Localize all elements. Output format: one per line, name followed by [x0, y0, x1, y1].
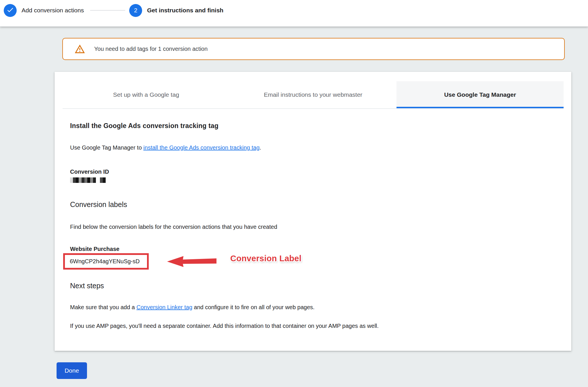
stepper-connector: [90, 10, 125, 11]
install-intro: Use Google Tag Manager to install the Go…: [70, 144, 261, 151]
install-heading: Install the Google Ads conversion tracki…: [70, 122, 218, 130]
step-2-circle[interactable]: 2: [129, 4, 142, 17]
next-steps-linker: Make sure that you add a Conversion Link…: [70, 304, 315, 311]
install-intro-suffix: .: [260, 144, 261, 151]
install-intro-prefix: Use Google Tag Manager to: [70, 144, 143, 151]
next-steps-linker-suffix: and configure it to fire on all of your …: [192, 304, 315, 310]
warning-banner: You need to add tags for 1 conversion ac…: [62, 38, 565, 60]
conversion-label-annotation-row: 6WngCP2h4agYENuSg-sD Conversion Label: [63, 253, 379, 270]
step-2-label: Get instructions and finish: [147, 7, 223, 14]
stepper-header: Add conversion actions 2 Get instruction…: [0, 0, 588, 26]
tab-panel-gtm: Install the Google Ads conversion tracki…: [70, 72, 558, 351]
conversion-label-annotation-text: Conversion Label: [230, 254, 301, 263]
checkmark-icon: [6, 6, 14, 15]
warning-message: You need to add tags for 1 conversion ac…: [94, 46, 208, 52]
next-steps-heading: Next steps: [70, 282, 104, 290]
red-arrow-icon: [167, 256, 216, 267]
warning-triangle-icon: [74, 44, 85, 55]
step-2-number: 2: [134, 7, 138, 14]
conversion-labels-heading: Conversion labels: [70, 200, 127, 209]
conversion-id-label: Conversion ID: [70, 169, 109, 175]
step-1-label: Add conversion actions: [22, 7, 84, 14]
conversion-label-highlight-box: 6WngCP2h4agYENuSg-sD: [63, 253, 149, 270]
instructions-card: Set up with a Google tag Email instructi…: [55, 72, 571, 351]
step-1-completed-circle[interactable]: [4, 4, 17, 17]
conversion-labels-description: Find below the conversion labels for the…: [70, 224, 277, 230]
amp-note: If you use AMP pages, you'll need a sepa…: [70, 323, 379, 329]
next-steps-linker-prefix: Make sure that you add a: [70, 304, 136, 310]
conversion-id-redacted-value: [70, 177, 106, 183]
install-tag-link[interactable]: install the Google Ads conversion tracki…: [143, 144, 260, 151]
stepper: Add conversion actions 2 Get instruction…: [4, 4, 588, 17]
conversion-label-value: 6WngCP2h4agYENuSg-sD: [70, 258, 140, 265]
conversion-action-name: Website Purchase: [70, 246, 119, 252]
done-button[interactable]: Done: [57, 362, 87, 379]
conversion-linker-tag-link[interactable]: Conversion Linker tag: [136, 304, 192, 310]
